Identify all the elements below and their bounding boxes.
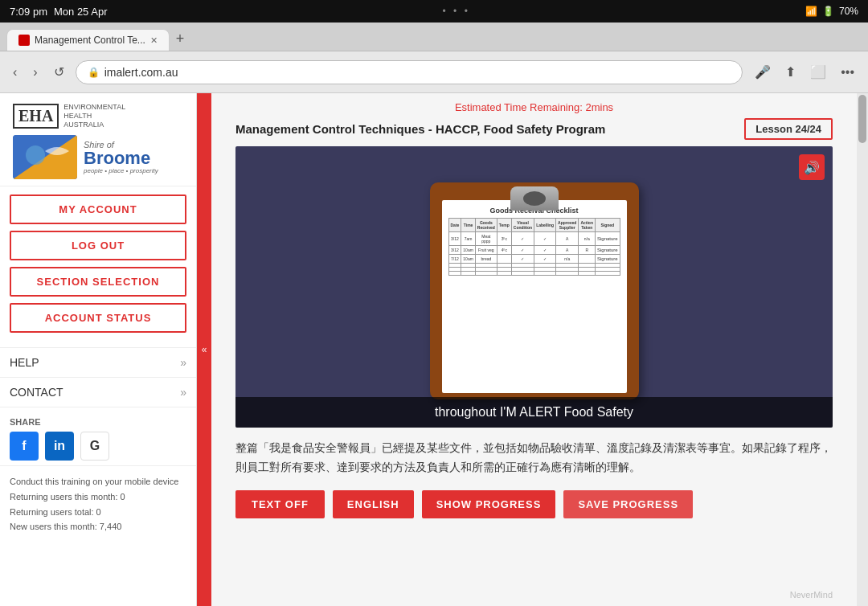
video-container[interactable]: 🔊 Goods Receival Checklist (235, 146, 833, 428)
lock-icon: 🔒 (88, 67, 100, 78)
clipboard-clip (510, 186, 559, 211)
contact-label: CONTACT (10, 386, 63, 399)
url-text: imalert.com.au (104, 66, 731, 79)
content-inner: Estimated Time Remaining: 2mins Manageme… (211, 93, 857, 534)
time-display: 7:09 pm (10, 6, 47, 18)
content-area: Estimated Time Remaining: 2mins Manageme… (211, 93, 857, 606)
body-text: 整篇「我是食品安全警報員」已經提及某些文件，並包括如物品驗收清單、溫度記錄及清潔… (235, 439, 833, 477)
save-progress-button[interactable]: SAVE PROGRESS (563, 490, 693, 518)
share-label: SHARE (10, 417, 186, 427)
volume-button[interactable]: 🔊 (799, 154, 825, 180)
lesson-badge: Lesson 24/24 (744, 118, 833, 140)
show-progress-button[interactable]: SHOW PROGRESS (422, 490, 556, 518)
conduct-text: Conduct this training on your mobile dev… (10, 474, 186, 489)
clipboard-board: Goods Receival Checklist DateTimeGoods R… (430, 182, 639, 399)
broome-graphic (13, 135, 77, 179)
new-month: New users this month: 7,440 (10, 519, 186, 534)
video-content: Goods Receival Checklist DateTimeGoods R… (235, 146, 833, 428)
lesson-title: Management Control Techniques - HACCP, F… (235, 122, 605, 136)
share-icons: f in G (10, 432, 186, 461)
tab-close-button[interactable]: ✕ (150, 35, 158, 46)
my-account-button[interactable]: MY ACCOUNT (10, 194, 186, 224)
logo-area: EHA ENVIRONMENTAL HEALTH AUSTRALIA (0, 93, 196, 186)
subtitle-bar: throughout I'M ALERT Food Safety (235, 397, 833, 428)
date-display: Mon 25 Apr (54, 6, 108, 18)
google-share-button[interactable]: G (80, 432, 109, 461)
sidebar: EHA ENVIRONMENTAL HEALTH AUSTRALIA (0, 93, 197, 606)
tab-title: Management Control Te... (35, 35, 145, 46)
address-bar[interactable]: 🔒 imalert.com.au (76, 60, 743, 84)
header-dots: • • • (443, 6, 470, 17)
status-bar-right: 📶 🔋 70% (805, 6, 858, 17)
eha-line1: ENVIRONMENTAL (63, 103, 125, 112)
status-bar: 7:09 pm Mon 25 Apr • • • 📶 🔋 70% (0, 0, 868, 23)
watermark: NeverMind (790, 590, 833, 600)
collapse-sidebar-tab[interactable]: « (197, 93, 211, 606)
more-button[interactable]: ••• (835, 61, 860, 84)
clipboard-scene: Goods Receival Checklist DateTimeGoods R… (406, 166, 663, 407)
paper-table: DateTimeGoods ReceivedTempVisual Conditi… (448, 218, 620, 276)
scrollbar-thumb[interactable] (858, 95, 866, 143)
main-layout: EHA ENVIRONMENTAL HEALTH AUSTRALIA (0, 93, 868, 606)
sidebar-contact-link[interactable]: CONTACT » (0, 377, 196, 407)
tab-favicon (18, 35, 30, 46)
eha-line2: HEALTH (63, 112, 125, 121)
text-off-button[interactable]: TEXT OFF (235, 490, 325, 518)
lesson-header: Management Control Techniques - HACCP, F… (235, 118, 833, 140)
browser-tab-bar: Management Control Te... ✕ + (0, 23, 868, 51)
linkedin-share-button[interactable]: in (45, 432, 74, 461)
broome-text-area: Shire of Broome people • place • prosper… (84, 140, 158, 174)
share-button[interactable]: ⬆ (780, 60, 801, 84)
eha-box: EHA (13, 104, 59, 129)
microphone-button[interactable]: 🎤 (749, 60, 776, 84)
clipboard-paper: Goods Receival Checklist DateTimeGoods R… (442, 200, 627, 393)
facebook-share-button[interactable]: f (10, 432, 39, 461)
forward-button[interactable]: › (28, 62, 42, 83)
bottom-buttons: TEXT OFF ENGLISH SHOW PROGRESS SAVE PROG… (235, 490, 833, 518)
back-button[interactable]: ‹ (8, 62, 22, 83)
contact-chevron-icon: » (180, 386, 186, 399)
subtitle-text: throughout I'M ALERT Food Safety (435, 405, 633, 419)
browser-actions: 🎤 ⬆ ⬜ ••• (749, 60, 860, 84)
reload-button[interactable]: ↺ (49, 61, 69, 83)
clipboard-hole (523, 191, 546, 206)
battery-level: 70% (839, 6, 858, 17)
share-section: SHARE f in G (0, 407, 196, 465)
eha-line3: AUSTRALIA (63, 121, 125, 129)
broome-tagline: people • place • prosperity (84, 167, 158, 174)
broome-logo: Shire of Broome people • place • prosper… (13, 135, 183, 179)
tabs-button[interactable]: ⬜ (805, 60, 832, 84)
returning-month: Returning users this month: 0 (10, 489, 186, 505)
estimated-time: Estimated Time Remaining: 2mins (235, 101, 833, 113)
browser-nav-bar: ‹ › ↺ 🔒 imalert.com.au 🎤 ⬆ ⬜ ••• (0, 51, 868, 93)
status-bar-left: 7:09 pm Mon 25 Apr (10, 6, 107, 18)
svg-point-1 (26, 145, 45, 165)
account-status-button[interactable]: ACCOUNT STATUS (10, 303, 186, 333)
wifi-icon: 📶 (805, 6, 817, 17)
sidebar-nav: MY ACCOUNT LOG OUT SECTION SELECTION ACC… (0, 186, 196, 347)
returning-total: Returning users total: 0 (10, 505, 186, 520)
right-scrollbar[interactable] (857, 93, 868, 606)
eha-logo: EHA ENVIRONMENTAL HEALTH AUSTRALIA (13, 103, 183, 129)
browser-tab-active[interactable]: Management Control Te... ✕ (6, 29, 170, 51)
sidebar-help-link[interactable]: HELP » (0, 347, 196, 377)
eha-text: ENVIRONMENTAL HEALTH AUSTRALIA (63, 103, 125, 129)
section-selection-button[interactable]: SECTION SELECTION (10, 267, 186, 297)
english-button[interactable]: ENGLISH (333, 490, 414, 518)
collapse-arrow-icon: « (202, 344, 207, 355)
help-label: HELP (10, 356, 39, 369)
sidebar-info: Conduct this training on your mobile dev… (0, 465, 196, 543)
broome-name: Broome (84, 149, 158, 167)
battery-icon: 🔋 (822, 6, 834, 17)
log-out-button[interactable]: LOG OUT (10, 231, 186, 260)
help-chevron-icon: » (180, 356, 186, 369)
volume-icon: 🔊 (804, 160, 820, 175)
new-tab-button[interactable]: + (170, 27, 191, 51)
